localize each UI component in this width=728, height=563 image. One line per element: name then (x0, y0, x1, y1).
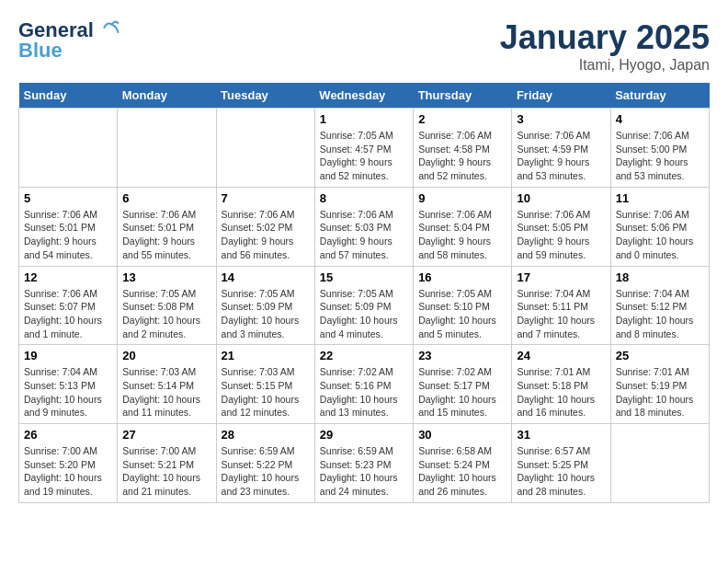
calendar-cell: 17Sunrise: 7:04 AMSunset: 5:11 PMDayligh… (512, 266, 610, 345)
day-number: 8 (320, 191, 408, 205)
day-info: Sunrise: 7:06 AMSunset: 5:00 PMDaylight:… (616, 129, 704, 183)
weekday-header-wednesday: Wednesday (314, 83, 413, 109)
calendar-cell: 15Sunrise: 7:05 AMSunset: 5:09 PMDayligh… (314, 266, 413, 345)
calendar-cell: 8Sunrise: 7:06 AMSunset: 5:03 PMDaylight… (314, 187, 413, 266)
day-number: 13 (122, 270, 210, 284)
calendar-cell: 3Sunrise: 7:06 AMSunset: 4:59 PMDaylight… (512, 109, 610, 188)
calendar-cell: 19Sunrise: 7:04 AMSunset: 5:13 PMDayligh… (19, 345, 118, 424)
day-info: Sunrise: 7:06 AMSunset: 5:02 PMDaylight:… (222, 208, 310, 262)
day-number: 22 (320, 349, 408, 362)
day-info: Sunrise: 7:03 AMSunset: 5:15 PMDaylight:… (222, 365, 310, 419)
day-info: Sunrise: 7:06 AMSunset: 5:05 PMDaylight:… (517, 208, 605, 262)
calendar-cell: 6Sunrise: 7:06 AMSunset: 5:01 PMDaylight… (118, 187, 216, 266)
logo: General Blue (18, 18, 119, 61)
day-number: 9 (418, 191, 506, 205)
day-number: 26 (24, 428, 112, 442)
title-block: January 2025 Itami, Hyogo, Japan (500, 18, 710, 74)
day-info: Sunrise: 7:01 AMSunset: 5:18 PMDaylight:… (517, 365, 605, 419)
day-number: 4 (616, 112, 704, 126)
day-info: Sunrise: 7:01 AMSunset: 5:19 PMDaylight:… (616, 365, 704, 419)
calendar-cell: 21Sunrise: 7:03 AMSunset: 5:15 PMDayligh… (216, 345, 314, 424)
day-info: Sunrise: 7:06 AMSunset: 5:03 PMDaylight:… (320, 208, 408, 262)
day-number: 17 (517, 270, 605, 284)
weekday-header-tuesday: Tuesday (216, 83, 314, 109)
day-number: 28 (222, 428, 310, 442)
day-number: 10 (517, 191, 605, 205)
day-info: Sunrise: 7:02 AMSunset: 5:17 PMDaylight:… (418, 365, 506, 419)
day-info: Sunrise: 7:06 AMSunset: 5:06 PMDaylight:… (616, 208, 704, 262)
calendar-cell: 30Sunrise: 6:58 AMSunset: 5:24 PMDayligh… (414, 424, 512, 503)
day-info: Sunrise: 7:06 AMSunset: 4:59 PMDaylight:… (517, 129, 605, 183)
calendar-cell: 24Sunrise: 7:01 AMSunset: 5:18 PMDayligh… (512, 345, 610, 424)
day-info: Sunrise: 7:06 AMSunset: 4:58 PMDaylight:… (418, 129, 506, 183)
weekday-header-thursday: Thursday (414, 83, 512, 109)
week-row-2: 5Sunrise: 7:06 AMSunset: 5:01 PMDaylight… (19, 187, 710, 266)
calendar-cell: 7Sunrise: 7:06 AMSunset: 5:02 PMDaylight… (216, 187, 314, 266)
weekday-header-sunday: Sunday (19, 83, 118, 109)
day-info: Sunrise: 7:06 AMSunset: 5:01 PMDaylight:… (122, 208, 210, 262)
day-number: 25 (616, 349, 704, 362)
day-number: 15 (320, 270, 408, 284)
day-info: Sunrise: 7:00 AMSunset: 5:21 PMDaylight:… (122, 444, 210, 499)
day-number: 24 (517, 349, 605, 362)
calendar-cell (216, 109, 314, 188)
calendar-cell: 13Sunrise: 7:05 AMSunset: 5:08 PMDayligh… (118, 266, 216, 345)
day-number: 5 (24, 191, 112, 205)
calendar-cell: 9Sunrise: 7:06 AMSunset: 5:04 PMDaylight… (414, 187, 512, 266)
calendar-cell: 11Sunrise: 7:06 AMSunset: 5:06 PMDayligh… (610, 187, 709, 266)
day-number: 11 (616, 191, 704, 205)
calendar-cell: 10Sunrise: 7:06 AMSunset: 5:05 PMDayligh… (512, 187, 610, 266)
day-info: Sunrise: 7:05 AMSunset: 5:10 PMDaylight:… (418, 287, 506, 341)
day-info: Sunrise: 7:04 AMSunset: 5:12 PMDaylight:… (616, 287, 704, 341)
day-info: Sunrise: 7:03 AMSunset: 5:14 PMDaylight:… (122, 365, 210, 419)
page-header: General Blue January 2025 Itami, Hyogo, … (18, 18, 710, 74)
day-number: 20 (122, 349, 210, 362)
day-info: Sunrise: 7:05 AMSunset: 5:09 PMDaylight:… (222, 287, 310, 341)
week-row-4: 19Sunrise: 7:04 AMSunset: 5:13 PMDayligh… (19, 345, 710, 424)
day-info: Sunrise: 7:06 AMSunset: 5:04 PMDaylight:… (418, 208, 506, 262)
logo-blue: Blue (18, 40, 119, 61)
calendar-cell: 22Sunrise: 7:02 AMSunset: 5:16 PMDayligh… (314, 345, 413, 424)
day-info: Sunrise: 7:02 AMSunset: 5:16 PMDaylight:… (320, 365, 408, 419)
day-number: 23 (418, 349, 506, 362)
day-number: 29 (320, 428, 408, 442)
week-row-1: 1Sunrise: 7:05 AMSunset: 4:57 PMDaylight… (19, 109, 710, 188)
calendar-cell (610, 424, 709, 503)
day-number: 18 (616, 270, 704, 284)
calendar-table: SundayMondayTuesdayWednesdayThursdayFrid… (18, 83, 710, 503)
day-number: 21 (222, 349, 310, 362)
calendar-cell (19, 109, 118, 188)
day-info: Sunrise: 7:05 AMSunset: 5:08 PMDaylight:… (122, 287, 210, 341)
calendar-cell: 12Sunrise: 7:06 AMSunset: 5:07 PMDayligh… (19, 266, 118, 345)
day-info: Sunrise: 7:04 AMSunset: 5:11 PMDaylight:… (517, 287, 605, 341)
calendar-cell: 14Sunrise: 7:05 AMSunset: 5:09 PMDayligh… (216, 266, 314, 345)
day-number: 27 (122, 428, 210, 442)
weekday-header-friday: Friday (512, 83, 610, 109)
location: Itami, Hyogo, Japan (500, 57, 710, 74)
calendar-cell: 5Sunrise: 7:06 AMSunset: 5:01 PMDaylight… (19, 187, 118, 266)
week-row-3: 12Sunrise: 7:06 AMSunset: 5:07 PMDayligh… (19, 266, 710, 345)
calendar-cell: 31Sunrise: 6:57 AMSunset: 5:25 PMDayligh… (512, 424, 610, 503)
day-info: Sunrise: 6:58 AMSunset: 5:24 PMDaylight:… (418, 444, 506, 499)
calendar-cell: 18Sunrise: 7:04 AMSunset: 5:12 PMDayligh… (610, 266, 709, 345)
day-number: 31 (517, 428, 605, 442)
day-number: 7 (222, 191, 310, 205)
calendar-cell: 2Sunrise: 7:06 AMSunset: 4:58 PMDaylight… (414, 109, 512, 188)
calendar-cell: 4Sunrise: 7:06 AMSunset: 5:00 PMDaylight… (610, 109, 709, 188)
calendar-cell: 26Sunrise: 7:00 AMSunset: 5:20 PMDayligh… (19, 424, 118, 503)
calendar-cell: 16Sunrise: 7:05 AMSunset: 5:10 PMDayligh… (414, 266, 512, 345)
day-info: Sunrise: 7:06 AMSunset: 5:07 PMDaylight:… (24, 287, 112, 341)
calendar-cell: 25Sunrise: 7:01 AMSunset: 5:19 PMDayligh… (610, 345, 709, 424)
day-number: 1 (320, 112, 408, 126)
weekday-header-monday: Monday (118, 83, 216, 109)
weekday-header-saturday: Saturday (610, 83, 709, 109)
calendar-cell: 29Sunrise: 6:59 AMSunset: 5:23 PMDayligh… (314, 424, 413, 503)
day-number: 14 (222, 270, 310, 284)
day-info: Sunrise: 6:59 AMSunset: 5:22 PMDaylight:… (222, 444, 310, 499)
month-title: January 2025 (500, 18, 710, 57)
day-number: 30 (418, 428, 506, 442)
day-info: Sunrise: 7:00 AMSunset: 5:20 PMDaylight:… (24, 444, 112, 499)
day-info: Sunrise: 7:05 AMSunset: 5:09 PMDaylight:… (320, 287, 408, 341)
week-row-5: 26Sunrise: 7:00 AMSunset: 5:20 PMDayligh… (19, 424, 710, 503)
calendar-cell: 28Sunrise: 6:59 AMSunset: 5:22 PMDayligh… (216, 424, 314, 503)
